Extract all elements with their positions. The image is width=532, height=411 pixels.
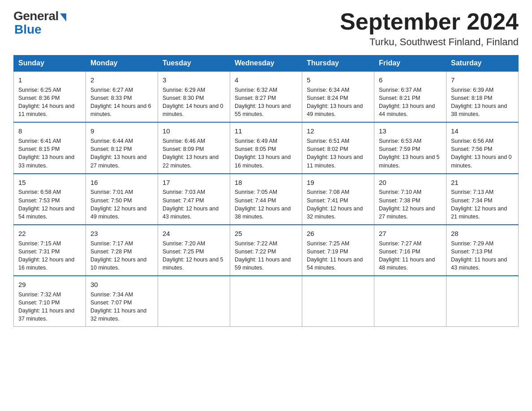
calendar-cell: 19 Sunrise: 7:08 AMSunset: 7:41 PMDaylig… [302, 174, 374, 225]
calendar-cell: 29 Sunrise: 7:32 AMSunset: 7:10 PMDaylig… [14, 276, 86, 327]
day-number: 10 [163, 126, 225, 136]
day-info: Sunrise: 7:32 AMSunset: 7:10 PMDaylight:… [18, 291, 81, 323]
calendar-table: SundayMondayTuesdayWednesdayThursdayFrid… [13, 55, 519, 327]
header-row: SundayMondayTuesdayWednesdayThursdayFrid… [14, 56, 519, 72]
header-friday: Friday [374, 56, 446, 72]
day-info: Sunrise: 6:37 AMSunset: 8:21 PMDaylight:… [379, 86, 442, 119]
title-section: September 2024 Turku, Southwest Finland,… [340, 9, 519, 48]
header-sunday: Sunday [14, 56, 86, 72]
header-saturday: Saturday [446, 56, 519, 72]
calendar-cell: 21 Sunrise: 7:13 AMSunset: 7:34 PMDaylig… [446, 174, 519, 225]
calendar-cell: 11 Sunrise: 6:49 AMSunset: 8:05 PMDaylig… [230, 122, 302, 173]
day-number: 13 [379, 126, 442, 136]
week-row-3: 15 Sunrise: 6:58 AMSunset: 7:53 PMDaylig… [14, 174, 519, 225]
calendar-cell: 15 Sunrise: 6:58 AMSunset: 7:53 PMDaylig… [14, 174, 86, 225]
calendar-cell: 28 Sunrise: 7:29 AMSunset: 7:13 PMDaylig… [446, 225, 519, 276]
day-number: 18 [235, 178, 297, 188]
calendar-cell: 5 Sunrise: 6:34 AMSunset: 8:24 PMDayligh… [302, 71, 374, 122]
day-number: 25 [235, 229, 297, 239]
day-number: 23 [90, 229, 153, 239]
day-info: Sunrise: 7:20 AMSunset: 7:25 PMDaylight:… [163, 240, 225, 272]
calendar-cell: 12 Sunrise: 6:51 AMSunset: 8:02 PMDaylig… [302, 122, 374, 173]
day-number: 6 [379, 75, 442, 85]
day-number: 16 [90, 178, 153, 188]
day-info: Sunrise: 6:49 AMSunset: 8:05 PMDaylight:… [235, 137, 297, 170]
calendar-cell: 7 Sunrise: 6:39 AMSunset: 8:18 PMDayligh… [446, 71, 519, 122]
day-number: 27 [379, 229, 442, 239]
day-number: 7 [451, 75, 514, 85]
calendar-cell: 23 Sunrise: 7:17 AMSunset: 7:28 PMDaylig… [86, 225, 158, 276]
calendar-cell: 2 Sunrise: 6:27 AMSunset: 8:33 PMDayligh… [86, 71, 158, 122]
day-info: Sunrise: 7:13 AMSunset: 7:34 PMDaylight:… [451, 188, 514, 221]
day-info: Sunrise: 7:01 AMSunset: 7:50 PMDaylight:… [90, 188, 153, 221]
day-info: Sunrise: 7:17 AMSunset: 7:28 PMDaylight:… [90, 240, 153, 272]
calendar-cell [374, 276, 446, 327]
day-number: 24 [163, 229, 225, 239]
calendar-cell [302, 276, 374, 327]
day-info: Sunrise: 7:03 AMSunset: 7:47 PMDaylight:… [163, 188, 225, 221]
calendar-cell [230, 276, 302, 327]
header-tuesday: Tuesday [158, 56, 230, 72]
day-number: 26 [307, 229, 369, 239]
day-info: Sunrise: 6:46 AMSunset: 8:09 PMDaylight:… [163, 137, 225, 170]
day-info: Sunrise: 7:08 AMSunset: 7:41 PMDaylight:… [307, 188, 369, 221]
day-number: 12 [307, 126, 369, 136]
calendar-cell: 13 Sunrise: 6:53 AMSunset: 7:59 PMDaylig… [374, 122, 446, 173]
month-title: September 2024 [340, 9, 519, 34]
day-number: 30 [90, 280, 153, 290]
calendar-cell: 8 Sunrise: 6:41 AMSunset: 8:15 PMDayligh… [14, 122, 86, 173]
day-info: Sunrise: 6:25 AMSunset: 8:36 PMDaylight:… [18, 86, 81, 119]
day-info: Sunrise: 7:22 AMSunset: 7:22 PMDaylight:… [235, 240, 297, 272]
day-info: Sunrise: 6:56 AMSunset: 7:56 PMDaylight:… [451, 137, 514, 170]
day-number: 8 [18, 126, 81, 136]
calendar-cell: 26 Sunrise: 7:25 AMSunset: 7:19 PMDaylig… [302, 225, 374, 276]
calendar-cell: 3 Sunrise: 6:29 AMSunset: 8:30 PMDayligh… [158, 71, 230, 122]
day-info: Sunrise: 7:10 AMSunset: 7:38 PMDaylight:… [379, 188, 442, 221]
day-info: Sunrise: 6:58 AMSunset: 7:53 PMDaylight:… [18, 188, 81, 221]
day-info: Sunrise: 7:34 AMSunset: 7:07 PMDaylight:… [90, 291, 153, 323]
calendar-cell: 17 Sunrise: 7:03 AMSunset: 7:47 PMDaylig… [158, 174, 230, 225]
calendar-cell: 16 Sunrise: 7:01 AMSunset: 7:50 PMDaylig… [86, 174, 158, 225]
day-number: 9 [90, 126, 153, 136]
day-info: Sunrise: 6:44 AMSunset: 8:12 PMDaylight:… [90, 137, 153, 170]
day-info: Sunrise: 6:32 AMSunset: 8:27 PMDaylight:… [235, 86, 297, 119]
day-number: 19 [307, 178, 369, 188]
day-number: 22 [18, 229, 81, 239]
calendar-cell: 27 Sunrise: 7:27 AMSunset: 7:16 PMDaylig… [374, 225, 446, 276]
day-info: Sunrise: 6:41 AMSunset: 8:15 PMDaylight:… [18, 137, 81, 170]
day-number: 3 [163, 75, 225, 85]
day-info: Sunrise: 6:53 AMSunset: 7:59 PMDaylight:… [379, 137, 442, 170]
page-header: General Blue September 2024 Turku, South… [13, 9, 519, 48]
header-thursday: Thursday [302, 56, 374, 72]
day-number: 2 [90, 75, 153, 85]
calendar-cell: 9 Sunrise: 6:44 AMSunset: 8:12 PMDayligh… [86, 122, 158, 173]
calendar-cell [158, 276, 230, 327]
day-info: Sunrise: 6:27 AMSunset: 8:33 PMDaylight:… [90, 86, 153, 119]
header-wednesday: Wednesday [230, 56, 302, 72]
calendar-cell: 1 Sunrise: 6:25 AMSunset: 8:36 PMDayligh… [14, 71, 86, 122]
calendar-cell: 14 Sunrise: 6:56 AMSunset: 7:56 PMDaylig… [446, 122, 519, 173]
calendar-cell: 10 Sunrise: 6:46 AMSunset: 8:09 PMDaylig… [158, 122, 230, 173]
calendar-cell [446, 276, 519, 327]
day-number: 5 [307, 75, 369, 85]
location-text: Turku, Southwest Finland, Finland [340, 36, 519, 48]
calendar-cell: 22 Sunrise: 7:15 AMSunset: 7:31 PMDaylig… [14, 225, 86, 276]
day-number: 11 [235, 126, 297, 136]
day-number: 15 [18, 178, 81, 188]
calendar-cell: 24 Sunrise: 7:20 AMSunset: 7:25 PMDaylig… [158, 225, 230, 276]
week-row-1: 1 Sunrise: 6:25 AMSunset: 8:36 PMDayligh… [14, 71, 519, 122]
week-row-4: 22 Sunrise: 7:15 AMSunset: 7:31 PMDaylig… [14, 225, 519, 276]
day-number: 21 [451, 178, 514, 188]
logo: General Blue [13, 9, 66, 37]
week-row-5: 29 Sunrise: 7:32 AMSunset: 7:10 PMDaylig… [14, 276, 519, 327]
day-info: Sunrise: 7:29 AMSunset: 7:13 PMDaylight:… [451, 240, 514, 272]
day-number: 17 [163, 178, 225, 188]
logo-arrow-icon [60, 13, 66, 21]
day-info: Sunrise: 6:29 AMSunset: 8:30 PMDaylight:… [163, 86, 225, 119]
calendar-cell: 20 Sunrise: 7:10 AMSunset: 7:38 PMDaylig… [374, 174, 446, 225]
calendar-cell: 18 Sunrise: 7:05 AMSunset: 7:44 PMDaylig… [230, 174, 302, 225]
day-number: 20 [379, 178, 442, 188]
day-number: 29 [18, 280, 81, 290]
week-row-2: 8 Sunrise: 6:41 AMSunset: 8:15 PMDayligh… [14, 122, 519, 173]
logo-general-text: General [13, 9, 59, 23]
